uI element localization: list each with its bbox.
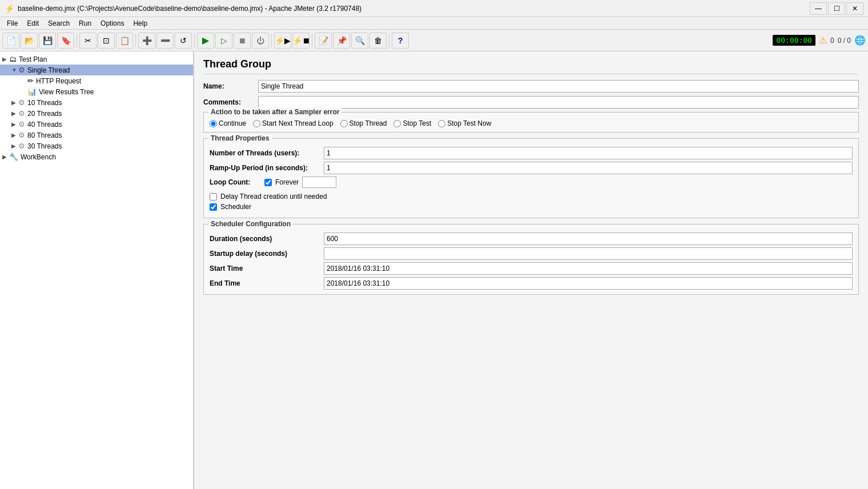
sep1 (77, 34, 77, 47)
sched-grid: Duration (seconds) Startup delay (second… (210, 233, 853, 290)
startup-delay-input[interactable] (324, 247, 853, 260)
save-button[interactable]: 💾 (39, 33, 56, 49)
ratio-display: 0 / 0 (838, 37, 851, 45)
sidebar-item-10-threads[interactable]: ▶ ⚙ 10 Threads (0, 97, 193, 108)
warning-icon: ⚠ (819, 35, 827, 46)
close-button[interactable]: ✕ (846, 2, 863, 15)
expand-icon: ▶ (11, 143, 18, 149)
comments-row: Comments: (203, 96, 859, 109)
30-threads-icon: ⚙ (18, 142, 25, 150)
num-threads-input[interactable] (324, 147, 853, 159)
cut-button[interactable]: ✂ (79, 33, 97, 49)
menu-file[interactable]: File (2, 18, 22, 28)
ramp-up-label: Ramp-Up Period (in seconds): (210, 164, 324, 172)
revert-button[interactable]: 🔖 (57, 33, 74, 49)
30-threads-label: 30 Threads (27, 142, 62, 150)
name-input[interactable] (258, 80, 859, 93)
loop-count-row: Loop Count: Forever (210, 177, 853, 188)
comments-label: Comments: (203, 98, 255, 106)
radio-stop-test-input[interactable] (393, 120, 401, 127)
ramp-up-input[interactable] (324, 162, 853, 174)
menu-options[interactable]: Options (96, 18, 128, 28)
sidebar-item-http-request[interactable]: ✏ HTTP Request (0, 75, 193, 86)
sidebar-item-80-threads[interactable]: ▶ ⚙ 80 Threads (0, 130, 193, 141)
copy-button[interactable]: ⊡ (98, 33, 115, 49)
menu-search[interactable]: Search (43, 18, 74, 28)
title-bar-text: baseline-demo.jmx (C:\Projects\AvenueCod… (18, 5, 361, 13)
sep3 (194, 34, 195, 47)
remove-button[interactable]: ➖ (156, 33, 174, 49)
forever-checkbox[interactable] (264, 179, 272, 186)
40-threads-icon: ⚙ (18, 120, 25, 129)
sidebar-item-workbench[interactable]: ▶ 🔧 WorkBench (0, 151, 193, 162)
help-button[interactable]: ? (392, 33, 409, 49)
sidebar-item-40-threads[interactable]: ▶ ⚙ 40 Threads (0, 119, 193, 130)
menu-run[interactable]: Run (74, 18, 96, 28)
menu-edit[interactable]: Edit (22, 18, 43, 28)
open-button[interactable]: 📂 (21, 33, 38, 49)
start-time-input[interactable] (324, 262, 853, 275)
paste2-button[interactable]: 📌 (333, 33, 350, 49)
new-button[interactable]: 📄 (2, 33, 19, 49)
num-threads-label: Number of Threads (users): (210, 149, 324, 157)
radio-stop-test-now[interactable]: Stop Test Now (438, 119, 491, 127)
radio-start-next-input[interactable] (253, 120, 260, 127)
80-threads-icon: ⚙ (18, 131, 25, 139)
sep6 (389, 34, 389, 47)
sep5 (312, 34, 312, 47)
single-thread-label: Single Thread (27, 66, 70, 74)
search-button[interactable]: 🔍 (351, 33, 368, 49)
sidebar-item-single-thread[interactable]: ▼ ⚙ Single Thread (0, 65, 193, 75)
sidebar-item-30-threads[interactable]: ▶ ⚙ 30 Threads (0, 141, 193, 151)
copy2-button[interactable]: 📝 (315, 33, 332, 49)
remote-stop-button[interactable]: ⚡⏹ (292, 33, 310, 49)
loop-value-input[interactable] (302, 177, 336, 188)
radio-stop-test-label: Stop Test (403, 119, 431, 127)
menu-bar: File Edit Search Run Options Help (0, 17, 868, 30)
delay-thread-checkbox[interactable] (210, 193, 217, 201)
minimize-button[interactable]: — (810, 2, 827, 15)
expand-icon: ▶ (2, 56, 9, 62)
radio-continue[interactable]: Continue (210, 119, 246, 127)
stop-button[interactable]: ⏹ (234, 33, 251, 49)
scheduler-config-legend: Scheduler Configuration (208, 220, 293, 228)
warning-count: 0 (830, 37, 834, 45)
delay-thread-label: Delay Thread creation until needed (220, 193, 327, 201)
sidebar-item-20-threads[interactable]: ▶ ⚙ 20 Threads (0, 108, 193, 119)
http-request-icon: ✏ (27, 77, 34, 85)
add-button[interactable]: ➕ (138, 33, 155, 49)
sidebar-item-test-plan[interactable]: ▶ 🗂 Test Plan (0, 54, 193, 65)
title-bar: ⚡ baseline-demo.jmx (C:\Projects\AvenueC… (0, 0, 868, 17)
paste-button[interactable]: 📋 (116, 33, 133, 49)
start-no-pause-button[interactable]: ▷ (215, 33, 232, 49)
test-plan-label: Test Plan (19, 55, 47, 63)
radio-start-next[interactable]: Start Next Thread Loop (253, 119, 333, 127)
clear-button[interactable]: 🗑 (369, 33, 387, 49)
shutdown-button[interactable]: ⏻ (252, 33, 269, 49)
sep4 (271, 34, 272, 47)
reset-button[interactable]: ↺ (175, 33, 192, 49)
duration-input[interactable] (324, 233, 853, 245)
radio-continue-input[interactable] (210, 120, 217, 127)
radio-stop-thread[interactable]: Stop Thread (340, 119, 387, 127)
thread-group-icon: ⚙ (18, 66, 25, 74)
scheduler-row: Scheduler (210, 203, 853, 211)
duration-label: Duration (seconds) (210, 235, 324, 243)
main-layout: ▶ 🗂 Test Plan ▼ ⚙ Single Thread ✏ HTTP R… (0, 51, 868, 489)
scheduler-checkbox[interactable] (210, 203, 217, 211)
10-threads-label: 10 Threads (27, 99, 62, 107)
comments-input[interactable] (258, 96, 859, 109)
app-icon: ⚡ (5, 4, 14, 13)
start-button[interactable]: ▶ (197, 33, 214, 49)
radio-stop-thread-label: Stop Thread (349, 119, 387, 127)
radio-stop-test-now-input[interactable] (438, 120, 445, 127)
radio-stop-test[interactable]: Stop Test (393, 119, 431, 127)
remote-start-button[interactable]: ⚡▶ (274, 33, 291, 49)
menu-help[interactable]: Help (128, 18, 152, 28)
radio-stop-thread-input[interactable] (340, 120, 348, 127)
test-plan-icon: 🗂 (9, 55, 17, 63)
results-tree-icon: 📊 (27, 87, 37, 96)
end-time-input[interactable] (324, 277, 853, 290)
sidebar-item-view-results-tree[interactable]: 📊 View Results Tree (0, 86, 193, 97)
maximize-button[interactable]: ☐ (828, 2, 845, 15)
